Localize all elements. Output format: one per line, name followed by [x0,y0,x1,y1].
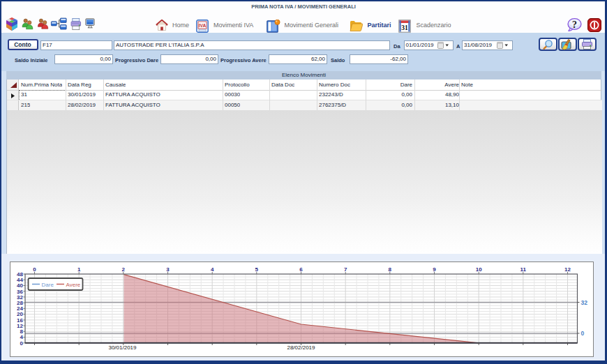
svg-text:44: 44 [17,277,23,283]
svg-text:IVA: IVA [199,23,207,28]
svg-text:3: 3 [166,266,170,273]
svg-text:32: 32 [17,294,23,301]
svg-text:48: 48 [17,271,23,278]
svg-text:Dare: Dare [41,282,54,288]
svg-text:4: 4 [20,334,23,340]
svg-text:20: 20 [17,311,23,317]
svg-text:10: 10 [475,266,481,273]
svg-text:12: 12 [17,323,23,329]
svg-text:Avere: Avere [66,282,80,288]
svg-text:4: 4 [210,266,213,273]
svg-text:11: 11 [520,266,526,273]
svg-text:30/01/2019: 30/01/2019 [108,344,137,351]
svg-text:28: 28 [17,300,23,306]
svg-text:8: 8 [20,328,23,335]
svg-text:36: 36 [17,289,23,295]
svg-text:40: 40 [17,282,23,289]
svg-text:?: ? [572,20,577,30]
svg-text:24: 24 [17,305,23,312]
svg-text:16: 16 [17,317,23,324]
svg-text:8: 8 [388,266,391,273]
svg-text:31: 31 [401,24,408,31]
svg-text:28/02/2019: 28/02/2019 [287,344,315,351]
svg-text:5: 5 [255,266,258,273]
svg-text:2: 2 [121,266,125,273]
svg-text:0: 0 [33,266,36,273]
svg-text:32: 32 [580,299,587,306]
svg-text:0: 0 [580,330,584,337]
svg-text:0: 0 [20,340,23,347]
svg-text:1: 1 [77,266,80,273]
svg-text:7: 7 [343,266,347,273]
svg-text:9: 9 [433,266,436,273]
svg-text:6: 6 [299,266,303,273]
svg-text:12: 12 [564,266,571,273]
